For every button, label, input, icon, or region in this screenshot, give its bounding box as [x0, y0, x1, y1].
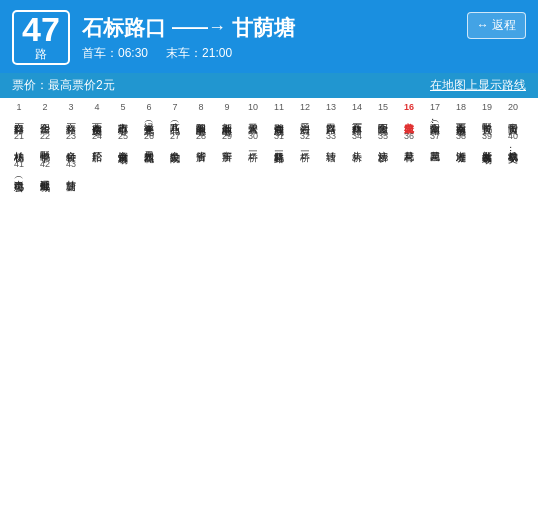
- stop-cell[interactable]: 43甘荫塘: [58, 159, 84, 175]
- sub-header: 票价：最高票价2元 在地图上显示路线: [0, 73, 538, 98]
- stop-cell[interactable]: 12碧海二幻: [292, 102, 318, 128]
- stop-number: 11: [274, 102, 284, 114]
- map-link[interactable]: 在地图上显示路线: [430, 77, 526, 94]
- stop-number: 30: [248, 131, 258, 143]
- stop-name: 电建（公司）: [14, 172, 25, 175]
- route-number: 47: [22, 12, 60, 46]
- stop-cell[interactable]: 26天然居花园: [136, 131, 162, 157]
- stop-cell[interactable]: 39新发装饰市场: [474, 131, 500, 157]
- stop-cell[interactable]: 35浣沙桥: [370, 131, 396, 157]
- route-to: 甘荫塘: [232, 14, 295, 42]
- stop-number: 35: [378, 131, 388, 143]
- stop-cell[interactable]: 17金阳南路（…: [422, 102, 448, 128]
- stop-name: 碧水云天: [248, 115, 259, 117]
- stop-cell[interactable]: 34头桥: [344, 131, 370, 157]
- stop-number: 7: [172, 102, 177, 114]
- stop-cell[interactable]: 28省管所: [188, 131, 214, 157]
- stop-number: 37: [430, 131, 440, 143]
- stop-name: 省管所: [196, 143, 207, 145]
- stop-cell[interactable]: 18西南五金市场: [448, 102, 474, 128]
- stop-number: 10: [248, 102, 258, 114]
- stop-number: 16: [404, 102, 414, 114]
- stop-number: 18: [456, 102, 466, 114]
- stop-number: 14: [352, 102, 362, 114]
- stop-cell[interactable]: 19野鸭首大: [474, 102, 500, 128]
- stop-number: 17: [430, 102, 440, 114]
- route-from: 石标路口: [82, 14, 166, 42]
- stop-cell[interactable]: 31三桥北路口: [266, 131, 292, 157]
- stop-number: 1: [16, 102, 21, 114]
- stop-cell[interactable]: 25金关钢材市场: [110, 131, 136, 157]
- stop-row: 1石标路口2金华园3石标路4西南美食广场5市行政中心6绿色未来（北）7八匹马（北…: [6, 102, 532, 128]
- stop-cell[interactable]: 33转塘: [318, 131, 344, 157]
- stop-number: 2: [42, 102, 47, 114]
- stop-number: 6: [146, 102, 151, 114]
- stop-cell[interactable]: 14石林西路: [344, 102, 370, 128]
- stop-number: 5: [120, 102, 125, 114]
- stop-name: 甘荫塘: [66, 172, 77, 174]
- stop-number: 8: [198, 102, 203, 114]
- stop-cell[interactable]: 9新瑞商业中心: [214, 102, 240, 128]
- stop-number: 9: [224, 102, 229, 114]
- stop-cell[interactable]: 15金阳医院: [370, 102, 396, 128]
- stop-name: 浣沙桥: [378, 143, 389, 145]
- route-title-area: 石标路口 ——→ 甘荫塘 首车：06:30 末车：21:00: [82, 14, 455, 62]
- stop-name: 碧海二幻: [300, 115, 311, 117]
- stop-cell[interactable]: 11碧海商业广场: [266, 102, 292, 128]
- stop-cell[interactable]: 20贵阳首大: [500, 102, 526, 128]
- stop-cell[interactable]: 27金关勘院: [162, 131, 188, 157]
- stop-cell[interactable]: 42通银配件城: [32, 159, 58, 175]
- stop-number: 19: [482, 102, 492, 114]
- stop-cell[interactable]: 2金华园: [32, 102, 58, 128]
- stop-cell[interactable]: 16龙泉街口: [396, 102, 422, 128]
- stop-cell[interactable]: 41电建（公司）: [6, 159, 32, 175]
- stop-name: 兴云路口: [326, 115, 337, 117]
- stop-row: 41电建（公司）42通银配件城43甘荫塘: [6, 159, 532, 175]
- stop-name: 碧海商业广场: [274, 115, 285, 118]
- stop-name: 龙泉街口: [404, 115, 415, 117]
- stop-name: 三桥北路口: [274, 143, 285, 146]
- stop-cell[interactable]: 10碧水云天: [240, 102, 266, 128]
- stop-cell[interactable]: 5市行政中心: [110, 102, 136, 128]
- stop-name: 八匹马（北）: [170, 115, 181, 118]
- stop-name: 市行政中心: [118, 115, 129, 118]
- stop-cell[interactable]: 8黎阳家业中心: [188, 102, 214, 128]
- route-lu: 路: [35, 46, 47, 63]
- stop-number: 40: [508, 131, 518, 143]
- stop-cell[interactable]: 21柏杨林: [6, 131, 32, 157]
- stop-cell[interactable]: 29车管所: [214, 131, 240, 157]
- return-button[interactable]: ↔ 返程: [467, 12, 526, 39]
- stop-number: 38: [456, 131, 466, 143]
- stop-row: 21柏杨林22野鸭中学23金钟桥24轮胎厂25金关钢材市场26天然居花园27金关…: [6, 131, 532, 157]
- stop-name: 花果园: [430, 143, 441, 145]
- stop-name: 金钟桥: [66, 143, 77, 145]
- stop-cell[interactable]: 24轮胎厂: [84, 131, 110, 157]
- stop-name: 新发装饰市场: [482, 143, 493, 146]
- stop-cell[interactable]: 6绿色未来（北）: [136, 102, 162, 128]
- stop-number: 27: [170, 131, 180, 143]
- stop-cell[interactable]: 7八匹马（北）: [162, 102, 188, 128]
- stop-number: 4: [94, 102, 99, 114]
- stop-cell[interactable]: 40机动车交易…: [500, 131, 526, 157]
- stop-cell[interactable]: 30三桥: [240, 131, 266, 157]
- stop-number: 3: [68, 102, 73, 114]
- stop-name: 贵阳首大: [508, 115, 519, 117]
- stop-cell[interactable]: 37花果园: [422, 131, 448, 157]
- stop-cell[interactable]: 1石标路口: [6, 102, 32, 128]
- stop-number: 26: [144, 131, 154, 143]
- stop-cell[interactable]: 32三桥: [292, 131, 318, 157]
- stop-cell[interactable]: 3石标路: [58, 102, 84, 128]
- stop-name: 金关勘院: [170, 143, 181, 145]
- stop-cell[interactable]: 4西南美食广场: [84, 102, 110, 128]
- stop-name: 野鸭首大: [482, 115, 493, 117]
- stop-cell[interactable]: 22野鸭中学: [32, 131, 58, 157]
- stop-cell[interactable]: 38湘雅堤: [448, 131, 474, 157]
- stop-name: 金阳南路（…: [430, 115, 441, 128]
- stop-name: 三桥: [248, 143, 259, 144]
- stop-name: 石林西路: [352, 115, 363, 117]
- stop-cell[interactable]: 23金钟桥: [58, 131, 84, 157]
- route-number-box: 47 路: [12, 10, 70, 65]
- stop-cell[interactable]: 13兴云路口: [318, 102, 344, 128]
- stop-cell[interactable]: 36花果村: [396, 131, 422, 157]
- stop-name: 柏杨林: [14, 143, 25, 145]
